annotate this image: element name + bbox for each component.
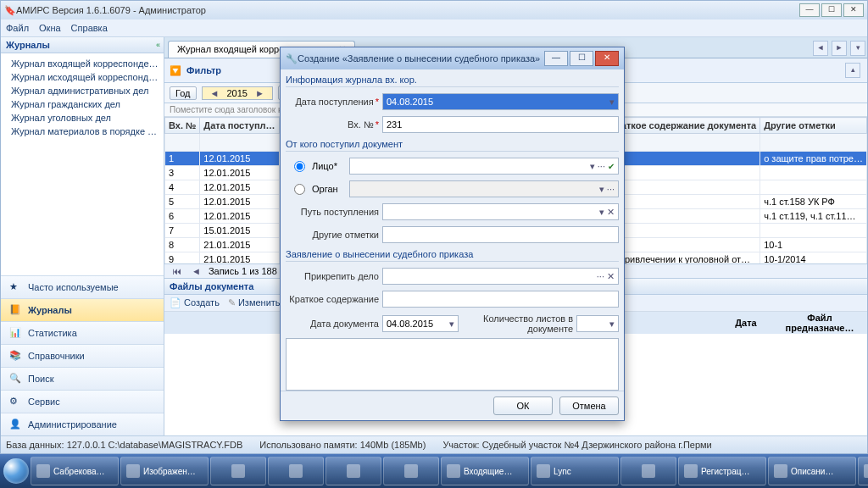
radio-org[interactable]	[294, 184, 305, 195]
tree-item[interactable]: Журнал входящей корреспонденции	[3, 57, 162, 70]
files-col-purpose[interactable]: Файл предназначе…	[772, 312, 867, 334]
row-person: Лицо* ▾ ···	[294, 158, 619, 175]
tree-item[interactable]: Журнал материалов в порядке исполнения р…	[3, 125, 162, 138]
input-incoming-num[interactable]: 231	[382, 116, 619, 133]
maximize-button[interactable]: ☐	[821, 3, 842, 17]
book-icon: 📙	[9, 304, 21, 316]
taskbar-item[interactable]: Регистрац…	[678, 457, 766, 485]
dialog-maximize[interactable]: ☐	[570, 51, 593, 66]
label-attach: Прикрепить дело	[286, 271, 379, 281]
nav-search[interactable]: 🔍Поиск	[1, 367, 164, 390]
pager-first[interactable]: ⏮	[170, 266, 184, 276]
label-person: Лицо*	[312, 161, 346, 171]
input-doc-date[interactable]: 04.08.2015▾	[382, 315, 459, 332]
taskbar: Сабрекова…Изображен…Входящие…LyncРегистр…	[0, 454, 868, 488]
menu-windows[interactable]: Окна	[39, 23, 61, 33]
input-attach[interactable]: ··· ✕	[382, 268, 619, 285]
tree-item[interactable]: Журнал административных дел	[3, 84, 162, 97]
taskbar-item[interactable]: Входящие…	[441, 457, 529, 485]
col-other[interactable]: Другие отметки	[760, 118, 867, 134]
tab-scroll-right[interactable]: ►	[832, 41, 847, 56]
dialog-title: Создание «Заявление о вынесении судебног…	[298, 53, 540, 64]
menu-help[interactable]: Справка	[71, 23, 108, 33]
year-next-icon[interactable]: ►	[253, 88, 267, 98]
files-edit[interactable]: ✎ Изменить	[228, 297, 281, 308]
label-org: Орган	[312, 184, 346, 194]
app-icon: 🔖	[4, 5, 16, 16]
nav-favorites[interactable]: ★Часто используемые	[1, 275, 164, 298]
cancel-button[interactable]: Отмена	[559, 396, 619, 415]
gear-icon: ⚙	[9, 396, 21, 408]
status-mem: Использовано памяти: 140Mb (185Mb)	[259, 440, 426, 450]
label-pages: Количество листов в документе	[462, 313, 573, 334]
col-num[interactable]: Вх. №	[165, 118, 200, 134]
input-marks[interactable]	[382, 226, 619, 243]
input-pages[interactable]: ▾	[576, 315, 619, 332]
tab-scroll-left[interactable]: ◄	[813, 41, 828, 56]
tree-item[interactable]: Журнал исходящей корреспонденции	[3, 70, 162, 84]
files-col-date[interactable]: Дата	[720, 312, 772, 334]
taskbar-item[interactable]	[210, 457, 266, 485]
pager-text: Запись 1 из 188	[209, 266, 277, 276]
input-date-received[interactable]: 04.08.2015▾	[382, 93, 619, 110]
minimize-button[interactable]: —	[799, 3, 820, 17]
nav-journals[interactable]: 📙Журналы	[1, 298, 164, 321]
dialog-icon: 🔧	[286, 53, 298, 64]
filter-label[interactable]: Фильтр	[186, 65, 221, 75]
taskbar-item[interactable]: Lync	[531, 457, 619, 485]
nav-stats[interactable]: 📊Статистика	[1, 321, 164, 344]
dialog-close[interactable]: ✕	[595, 51, 619, 66]
nav-service[interactable]: ⚙Сервис	[1, 390, 164, 413]
journals-header[interactable]: Журналы «	[1, 37, 164, 53]
taskbar-item[interactable]: Описани…	[768, 457, 856, 485]
ok-button[interactable]: ОК	[493, 396, 553, 415]
menu-file[interactable]: Файл	[6, 23, 29, 33]
label-short: Краткое содержание	[286, 294, 379, 304]
input-org: ▾ ···	[349, 180, 619, 197]
taskbar-item[interactable]: Сабрекова…	[31, 457, 119, 485]
collapse-icon[interactable]: «	[156, 41, 160, 49]
pager-prev[interactable]: ◄	[189, 266, 203, 276]
close-button[interactable]: ✕	[843, 3, 864, 17]
taskbar-item[interactable]	[326, 457, 381, 485]
taskbar-item[interactable]	[383, 457, 439, 485]
left-panel: Журналы « Журнал входящей корреспонденци…	[1, 37, 164, 435]
taskbar-item[interactable]: Документы	[858, 457, 868, 485]
label-path: Путь поступления	[286, 207, 379, 217]
input-path[interactable]: ▾ ✕	[382, 203, 619, 220]
col-date[interactable]: Дата поступл…	[200, 118, 279, 134]
start-button[interactable]	[3, 454, 29, 488]
filter-collapse[interactable]: ▴	[845, 63, 860, 78]
input-person[interactable]: ▾ ···	[349, 158, 619, 175]
dropdown-icon[interactable]: ▾	[609, 97, 615, 108]
titlebar: 🔖 АМИРС Версия 1.6.1.6079 - Администрато…	[1, 1, 867, 19]
tree-item[interactable]: Журнал уголовных дел	[3, 111, 162, 125]
dialog-titlebar[interactable]: 🔧 Создание «Заявление о вынесении судебн…	[281, 47, 624, 69]
year-selector[interactable]: ◄ 2015 ►	[202, 86, 273, 100]
taskbar-item[interactable]	[620, 457, 676, 485]
radio-person[interactable]	[294, 161, 305, 172]
files-create[interactable]: 📄 Создать	[170, 297, 220, 308]
taskbar-item[interactable]	[268, 457, 324, 485]
tree-item[interactable]: Журнал гражданских дел	[3, 97, 162, 111]
nav-refs[interactable]: 📚Справочники	[1, 344, 164, 367]
group-statement: Заявление о вынесении судебного приказа	[286, 247, 619, 262]
label-incoming-num: Вх. №*	[286, 119, 379, 130]
nav-admin[interactable]: 👤Администрирование	[1, 413, 164, 435]
dialog-footer: ОК Отмена	[281, 391, 624, 420]
filter-icon: 🔽	[170, 65, 181, 76]
app-title: АМИРС Версия 1.6.1.6079 - Администратор	[16, 5, 206, 15]
nav-groups: ★Часто используемые 📙Журналы 📊Статистика…	[1, 275, 164, 435]
dialog-minimize[interactable]: —	[544, 51, 568, 66]
textarea-body[interactable]	[286, 338, 619, 391]
status-db: База данных: 127.0.0.1 C:\database\MAGIS…	[6, 440, 242, 450]
chart-icon: 📊	[9, 327, 21, 339]
taskbar-item[interactable]: Изображен…	[120, 457, 209, 485]
col-short[interactable]: Краткое содержание документа	[606, 118, 760, 134]
year-button[interactable]: Год	[170, 86, 197, 100]
group-journal-info: Информация журнала вх. кор.	[286, 73, 619, 87]
statusbar: База данных: 127.0.0.1 C:\database\MAGIS…	[1, 435, 867, 453]
tab-menu[interactable]: ▾	[850, 41, 865, 56]
input-short[interactable]	[382, 291, 619, 308]
year-prev-icon[interactable]: ◄	[208, 88, 222, 98]
